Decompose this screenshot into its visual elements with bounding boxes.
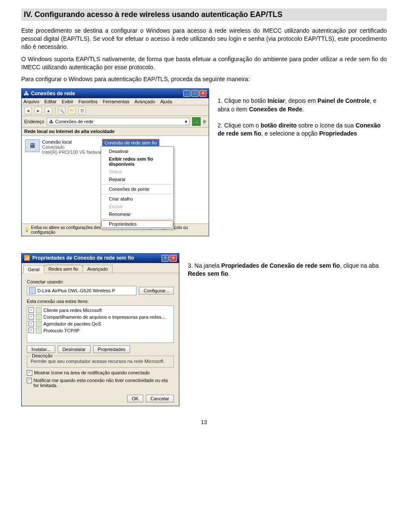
item-label: Agendador de pacotes QoS: [43, 321, 101, 326]
close-button[interactable]: ✕: [199, 90, 207, 97]
tab-avancado[interactable]: Avançado: [82, 265, 113, 273]
cancel-button[interactable]: Cancelar: [146, 395, 174, 402]
list-item[interactable]: ✓Compartilhamento de arquivos e impresso…: [28, 314, 172, 320]
component-icon: [36, 328, 42, 334]
ethernet-icon: 🖥: [25, 139, 40, 152]
menu-exibir[interactable]: Exibir: [62, 99, 74, 104]
page-number: 13: [21, 419, 387, 425]
option-label: Notificar-me quando esta conexão não tiv…: [34, 378, 174, 388]
ctx-show-networks[interactable]: Exibir redes sem fio disponíveis: [101, 155, 173, 168]
conn-local-status: Conectado: [42, 144, 108, 150]
checkbox-icon[interactable]: ✓: [27, 370, 32, 376]
views-icon[interactable]: ☰: [78, 107, 86, 114]
components-list[interactable]: ✓Cliente para redes Microsoft ✓Compartil…: [27, 306, 174, 343]
menu-ferramentas[interactable]: Ferramentas: [103, 99, 129, 104]
checkbox-icon[interactable]: ✓: [28, 314, 34, 320]
ctx-repair[interactable]: Reparar: [101, 175, 173, 183]
step-3-text: 3. Na janela: [188, 262, 221, 269]
step-2-text: 2. Clique com o: [218, 122, 261, 129]
tab-bar: Geral Redes sem fio Avançado: [22, 263, 179, 273]
intro-paragraph-3: Para configurar o Windows para autentica…: [21, 75, 387, 83]
conn-local-device: Intel(R) PRO/100 VE Network...: [42, 150, 108, 155]
address-label: Endereço: [24, 119, 44, 124]
ok-button[interactable]: OK: [127, 395, 143, 402]
minimize-button[interactable]: _: [183, 90, 190, 97]
item-label: Protocolo TCP/IP: [43, 328, 79, 333]
close-button[interactable]: ✕: [170, 255, 177, 262]
checkbox-icon[interactable]: ✓: [28, 307, 34, 313]
network-icon: 🖧: [49, 119, 54, 124]
component-icon: [36, 314, 42, 320]
maximize-button[interactable]: □: [191, 90, 198, 97]
conn-local-name: Conexão local: [42, 139, 108, 144]
menu-editar[interactable]: Editar: [44, 99, 57, 104]
help-button[interactable]: ?: [162, 255, 169, 262]
chevron-down-icon[interactable]: ▾: [185, 119, 187, 124]
search-icon[interactable]: 🔍: [58, 107, 65, 114]
configure-button[interactable]: Configurar...: [139, 287, 174, 294]
info-icon: 💡: [24, 227, 29, 232]
go-label: Ir: [203, 119, 206, 124]
step-1-bold-conexoes: Conexões de Rede: [249, 106, 302, 113]
nic-name: D-Link AirPlus DWL-G520 Wireless P: [37, 288, 115, 293]
ctx-shortcut[interactable]: Criar atalho: [101, 195, 173, 203]
list-item[interactable]: ✓Cliente para redes Microsoft: [28, 307, 172, 313]
step-1-bold-iniciar: Iniciar: [268, 97, 285, 104]
intro-paragraph-2: O Windows suporta EAP/TLS nativamente, d…: [21, 55, 387, 71]
menu-ajuda[interactable]: Ajuda: [160, 99, 172, 104]
wireless-icon: 📶: [24, 255, 30, 261]
list-item[interactable]: ✓Protocolo TCP/IP: [28, 328, 172, 334]
menu-arquivo[interactable]: Arquivo: [23, 99, 39, 104]
description-group: Descrição Permite que seu computador ace…: [27, 356, 174, 368]
show-icon-option[interactable]: ✓ Mostrar ícone na área de notificação q…: [27, 370, 174, 376]
uninstall-button[interactable]: Desinstalar: [58, 345, 91, 353]
tab-redes-sem-fio[interactable]: Redes sem fio: [44, 265, 83, 273]
context-menu: Desativar Exibir redes sem fio disponíve…: [101, 146, 174, 229]
category-label: Rede local ou Internet de alta velocidad…: [22, 127, 209, 136]
step-1-text: , depois em: [285, 97, 317, 104]
list-item[interactable]: ✓Agendador de pacotes QoS: [28, 321, 172, 327]
checkbox-icon[interactable]: ✓: [27, 378, 32, 383]
option-label: Mostrar ícone na área de notificação qua…: [34, 370, 150, 375]
notify-option[interactable]: ✓ Notificar-me quando esta conexão não t…: [27, 378, 174, 388]
ctx-properties[interactable]: Propriedades: [101, 220, 173, 228]
step-1-text: .: [302, 106, 304, 113]
ctx-disable[interactable]: Desativar: [101, 147, 173, 155]
folders-icon[interactable]: 📁: [68, 107, 76, 114]
tab-geral[interactable]: Geral: [23, 265, 44, 273]
ctx-rename[interactable]: Renomear: [101, 210, 173, 218]
checkbox-icon[interactable]: ✓: [28, 321, 34, 326]
section-heading: IV. Configurando acesso à rede wireless …: [21, 8, 387, 21]
component-icon: [36, 307, 42, 313]
nic-field: D-Link AirPlus DWL-G520 Wireless P: [27, 286, 136, 295]
connections-area: 🖥 Conexão local Conectado Intel(R) PRO/1…: [22, 136, 209, 224]
network-icon: 🖧: [24, 91, 29, 96]
ctx-status: Status: [101, 168, 173, 175]
connection-wireless-selected[interactable]: Conexão de rede sem fio: [102, 139, 159, 146]
connections-window: 🖧 Conexões de rede _ □ ✕ Arquivo Editar …: [21, 88, 209, 236]
properties-button[interactable]: Propriedades: [93, 345, 130, 353]
checkbox-icon[interactable]: ✓: [28, 328, 34, 333]
step-3-text: , clique na aba: [340, 262, 379, 269]
back-icon[interactable]: ◄: [24, 107, 32, 114]
ctx-bridge[interactable]: Conexões de ponte: [101, 185, 173, 193]
separator: [102, 184, 173, 184]
up-icon[interactable]: ▲: [45, 107, 52, 114]
dialog-title: Propriedades de Conexão de rede sem fio: [32, 255, 134, 261]
step-2-text: , e selecione a opção: [261, 130, 319, 137]
item-label: Cliente para redes Microsoft: [43, 308, 102, 313]
forward-icon[interactable]: ►: [34, 107, 42, 114]
menu-favoritos[interactable]: Favoritos: [79, 99, 98, 104]
item-label: Compartilhamento de arquivos e impressor…: [43, 314, 165, 320]
properties-dialog: 📶 Propriedades de Conexão de rede sem fi…: [21, 253, 179, 407]
uses-items-label: Esta conexão usa estes itens:: [27, 299, 174, 304]
menu-avancado[interactable]: Avançado: [134, 99, 155, 104]
toolbar: ◄ ► ▲ 🔍 📁 ☰: [22, 105, 209, 116]
address-field[interactable]: 🖧 Conexões de rede ▾: [47, 118, 190, 125]
step-2-bold-props: Propriedades: [319, 130, 357, 137]
description-title: Descrição: [31, 353, 54, 358]
install-button[interactable]: Instalar...: [27, 345, 55, 353]
separator: [102, 194, 173, 194]
go-button[interactable]: →: [192, 117, 201, 126]
ctx-delete: Excluir: [101, 203, 173, 210]
